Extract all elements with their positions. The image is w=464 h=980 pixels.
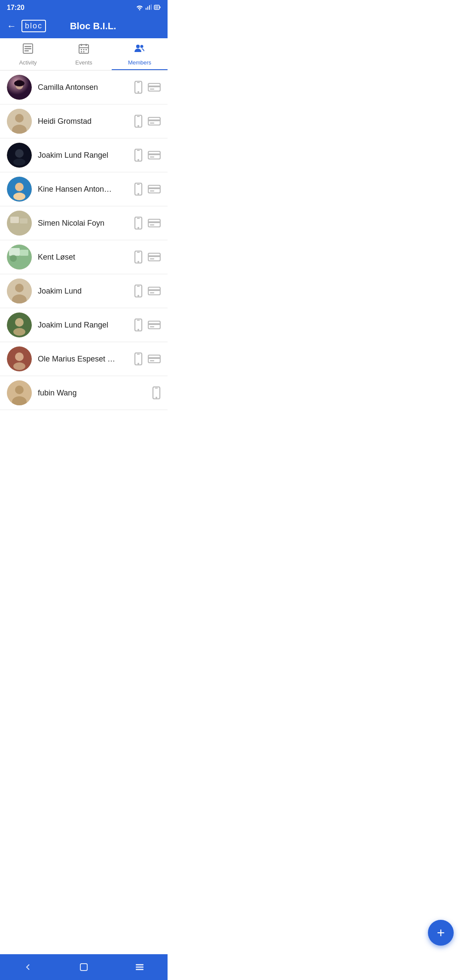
svg-rect-19 xyxy=(83,51,85,52)
list-item[interactable]: Kine Hansen Anton… xyxy=(0,172,168,206)
svg-rect-10 xyxy=(24,50,29,52)
avatar xyxy=(7,346,32,371)
svg-rect-12 xyxy=(81,44,82,46)
list-item[interactable]: Heidi Gromstad xyxy=(0,104,168,138)
list-item[interactable]: Camilla Antonsen xyxy=(0,70,168,104)
card-icon[interactable] xyxy=(148,253,161,261)
member-name: Joakim Lund Rangel xyxy=(38,321,128,330)
member-actions xyxy=(134,352,161,365)
svg-rect-13 xyxy=(85,44,87,46)
list-item[interactable]: Joakim Lund xyxy=(0,274,168,308)
svg-point-111 xyxy=(156,397,157,398)
card-icon[interactable] xyxy=(148,117,161,126)
list-item[interactable]: fubin Wang xyxy=(0,376,168,410)
member-name: Joakim Lund xyxy=(38,287,128,296)
member-name: Kent Løset xyxy=(38,253,128,262)
svg-rect-41 xyxy=(150,122,154,124)
svg-rect-14 xyxy=(79,47,89,48)
member-actions xyxy=(134,149,161,162)
member-name: Joakim Lund Rangel xyxy=(38,151,128,160)
card-icon[interactable] xyxy=(148,219,161,227)
phone-icon[interactable] xyxy=(134,115,143,128)
signal-icon xyxy=(145,4,152,12)
events-icon xyxy=(78,43,90,58)
tab-activity[interactable]: Activity xyxy=(0,38,56,70)
avatar xyxy=(7,245,32,270)
svg-point-26 xyxy=(14,80,24,86)
member-name: fubin Wang xyxy=(38,389,146,398)
svg-point-22 xyxy=(136,45,140,48)
back-button[interactable]: ← xyxy=(7,21,16,32)
svg-rect-18 xyxy=(81,51,82,52)
svg-point-98 xyxy=(15,352,24,361)
member-actions xyxy=(134,115,161,128)
svg-point-99 xyxy=(13,362,25,370)
tab-members[interactable]: Members xyxy=(112,38,168,70)
card-icon[interactable] xyxy=(148,355,161,363)
card-icon[interactable] xyxy=(148,151,161,159)
svg-rect-17 xyxy=(85,49,87,50)
svg-rect-1 xyxy=(147,6,148,10)
svg-rect-95 xyxy=(148,323,160,325)
wifi-icon xyxy=(136,4,143,12)
svg-rect-16 xyxy=(83,49,85,50)
svg-point-90 xyxy=(13,328,25,336)
svg-point-52 xyxy=(15,183,24,191)
svg-point-93 xyxy=(137,329,139,331)
svg-rect-8 xyxy=(24,46,31,47)
phone-icon[interactable] xyxy=(134,217,143,230)
phone-icon[interactable] xyxy=(134,251,143,263)
phone-icon[interactable] xyxy=(134,81,143,94)
svg-rect-2 xyxy=(149,5,150,10)
svg-rect-9 xyxy=(24,48,31,49)
svg-rect-68 xyxy=(150,224,154,226)
battery-icon xyxy=(154,4,161,12)
svg-rect-49 xyxy=(148,153,160,155)
svg-rect-58 xyxy=(148,187,160,189)
svg-rect-40 xyxy=(148,119,160,121)
svg-rect-0 xyxy=(146,8,147,10)
svg-rect-96 xyxy=(150,326,154,328)
member-name: Camilla Antonsen xyxy=(38,83,128,92)
card-icon[interactable] xyxy=(148,185,161,193)
phone-icon[interactable] xyxy=(134,183,143,196)
svg-rect-31 xyxy=(148,86,160,87)
svg-rect-78 xyxy=(150,258,154,260)
list-item[interactable]: Joakim Lund Rangel xyxy=(0,308,168,342)
member-name: Simen Nicolai Foyn xyxy=(38,219,128,228)
list-item[interactable]: Joakim Lund Rangel xyxy=(0,138,168,172)
member-actions xyxy=(134,81,161,94)
list-item[interactable]: Ole Marius Espeset … xyxy=(0,342,168,376)
card-icon[interactable] xyxy=(148,83,161,92)
svg-rect-61 xyxy=(10,217,19,223)
members-icon xyxy=(134,43,146,58)
members-label: Members xyxy=(128,59,151,66)
svg-point-107 xyxy=(15,386,24,394)
svg-rect-105 xyxy=(150,360,154,361)
svg-rect-86 xyxy=(148,289,160,291)
card-icon[interactable] xyxy=(148,287,161,295)
svg-point-47 xyxy=(137,159,139,161)
list-item[interactable]: Kent Løset xyxy=(0,240,168,274)
svg-rect-3 xyxy=(151,4,152,10)
status-bar: 17:20 xyxy=(0,0,168,15)
activity-label: Activity xyxy=(19,59,37,66)
tab-events[interactable]: Events xyxy=(56,38,112,70)
phone-icon[interactable] xyxy=(134,149,143,162)
header-logo: bloc xyxy=(21,20,46,32)
svg-rect-70 xyxy=(9,248,20,256)
card-icon[interactable] xyxy=(148,321,161,329)
phone-icon[interactable] xyxy=(134,318,143,331)
phone-icon[interactable] xyxy=(134,352,143,365)
svg-point-75 xyxy=(137,261,139,263)
list-item[interactable]: Simen Nicolai Foyn xyxy=(0,206,168,240)
svg-point-80 xyxy=(15,284,24,292)
avatar xyxy=(7,143,32,168)
svg-point-72 xyxy=(10,255,17,262)
avatar xyxy=(7,109,32,134)
phone-icon[interactable] xyxy=(152,386,161,399)
avatar xyxy=(7,380,32,405)
phone-icon[interactable] xyxy=(134,285,143,297)
avatar xyxy=(7,312,32,337)
svg-point-34 xyxy=(15,114,24,122)
